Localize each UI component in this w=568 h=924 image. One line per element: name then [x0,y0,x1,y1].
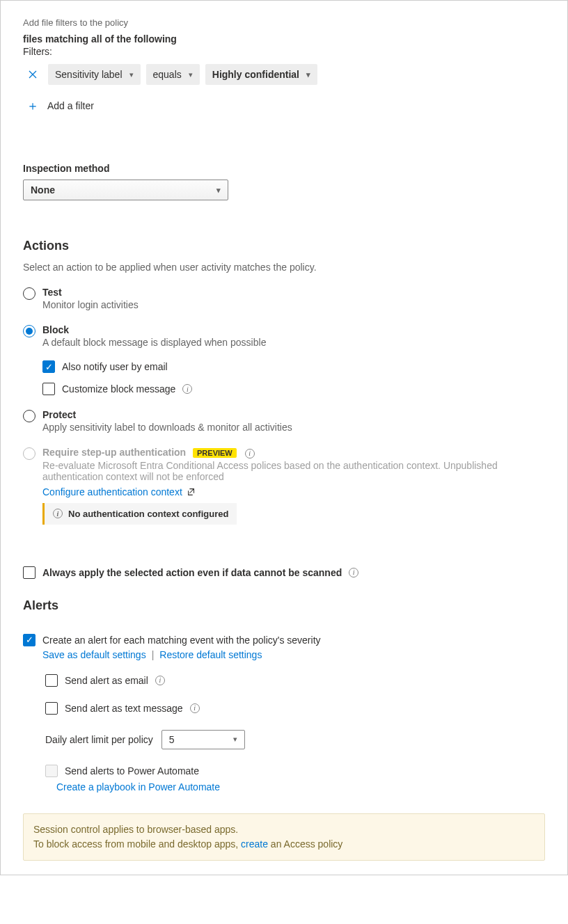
chevron-down-icon: ▾ [233,735,237,744]
info-icon[interactable]: i [245,449,255,459]
action-protect-radio[interactable] [23,410,36,422]
filter-value-dropdown[interactable]: Highly confidential ▾ [205,64,317,85]
send-alert-text-label: Send alert as text message [65,703,183,714]
inspection-method-value: None [31,184,55,196]
send-alert-text-checkbox[interactable] [45,702,58,715]
action-block-title: Block [42,324,545,335]
chevron-down-icon: ▾ [189,70,193,79]
inspection-method-label: Inspection method [23,163,545,174]
chevron-down-icon: ▾ [216,186,221,195]
send-alert-email-label: Send alert as email [65,675,148,686]
footer-line1: Session control applies to browser-based… [33,822,535,837]
daily-limit-value: 5 [169,734,175,745]
footer-line2b: an Access policy [268,838,342,850]
actions-description: Select an action to be applied when user… [23,262,545,273]
divider: | [152,649,155,660]
restore-default-settings-link[interactable]: Restore default settings [159,649,262,660]
create-access-policy-link[interactable]: create [241,838,268,850]
create-alert-checkbox[interactable]: ✓ [23,634,36,646]
action-test-title: Test [42,287,545,298]
add-filter-label: Add a filter [47,100,94,111]
configure-auth-context-label: Configure authentication context [42,486,182,497]
info-icon[interactable]: i [349,568,358,578]
plus-icon: ＋ [26,97,39,114]
send-power-automate-label: Send alerts to Power Automate [65,765,199,776]
action-stepup-radio [23,447,36,460]
footer-line2a: To block access from mobile and desktop … [33,838,241,850]
check-icon: ✓ [26,635,33,644]
alerts-heading: Alerts [23,598,545,613]
chevron-down-icon: ▾ [129,70,134,79]
notify-email-checkbox[interactable]: ✓ [42,360,55,373]
notify-email-label: Also notify user by email [62,361,168,372]
check-icon: ✓ [45,363,53,372]
action-test-sub: Monitor login activities [42,299,545,310]
chevron-down-icon: ▾ [306,70,310,79]
daily-limit-label: Daily alert limit per policy [45,734,153,745]
filter-operator-dropdown[interactable]: equals ▾ [146,64,200,85]
remove-filter-icon[interactable] [23,65,42,84]
action-protect-title: Protect [42,409,545,420]
send-alert-email-checkbox[interactable] [45,674,58,687]
inspection-method-select[interactable]: None ▾ [23,180,228,200]
customize-block-label: Customize block message [62,383,175,395]
always-apply-checkbox[interactable] [23,566,36,579]
no-auth-context-label: No authentication context configured [68,509,228,519]
filter-operator-label: equals [153,69,182,80]
preview-badge: PREVIEW [193,448,237,458]
action-block-sub: A default block message is displayed whe… [42,337,545,348]
filter-field-dropdown[interactable]: Sensitivity label ▾ [48,64,141,85]
action-protect-sub: Apply sensitivity label to downloads & m… [42,422,545,433]
info-icon[interactable]: i [155,676,165,685]
save-default-settings-link[interactable]: Save as default settings [42,649,146,660]
external-link-icon [187,487,196,497]
send-power-automate-checkbox [45,765,58,777]
customize-block-checkbox[interactable] [42,383,55,395]
filter-value-label: Highly confidential [212,69,299,80]
add-filter-button[interactable]: ＋ Add a filter [23,97,545,114]
filter-field-label: Sensitivity label [55,69,123,80]
action-block-radio[interactable] [23,325,36,337]
info-icon[interactable]: i [190,703,200,713]
filters-hint: Add file filters to the policy [23,17,545,28]
actions-heading: Actions [23,239,545,253]
action-stepup-title: Require step-up authentication [42,447,186,458]
action-stepup-sub: Re-evaluate Microsoft Entra Conditional … [42,460,545,482]
info-icon[interactable]: i [182,384,192,394]
filters-label: Filters: [23,46,545,57]
always-apply-label: Always apply the selected action even if… [42,567,342,578]
info-icon: i [53,509,63,518]
create-playbook-link[interactable]: Create a playbook in Power Automate [56,781,220,792]
create-alert-label: Create an alert for each matching event … [42,635,321,646]
action-test-radio[interactable] [23,287,36,300]
files-matching-label: files matching all of the following [23,33,545,45]
no-auth-context-warning: i No authentication context configured [42,503,237,525]
session-control-note: Session control applies to browser-based… [23,813,545,861]
daily-limit-select[interactable]: 5 ▾ [161,730,245,749]
configure-auth-context-link[interactable]: Configure authentication context [42,486,196,497]
